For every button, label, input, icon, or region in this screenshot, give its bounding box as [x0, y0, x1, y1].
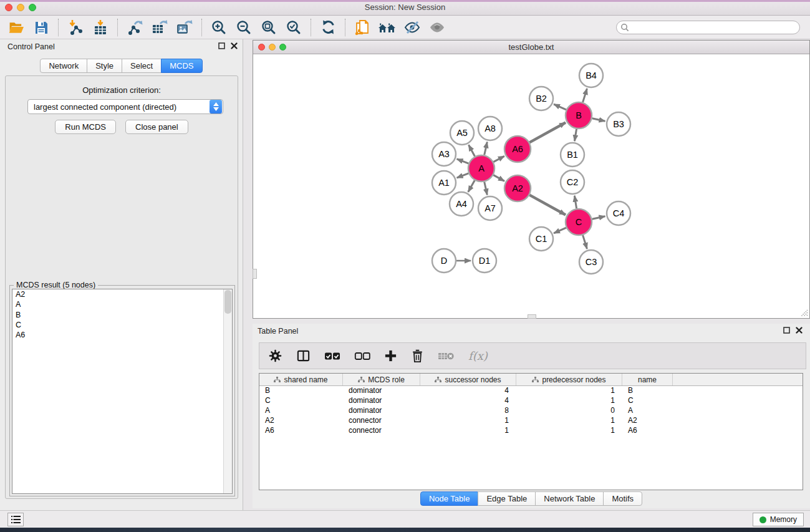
clone-network-button[interactable]	[350, 17, 375, 37]
graph-node-A7[interactable]: A7	[478, 196, 502, 220]
graph-edge-C-C3[interactable]	[583, 235, 587, 249]
graph-edge-A2-C[interactable]	[529, 195, 566, 215]
table-cell[interactable]: 0	[516, 406, 622, 416]
task-history-button[interactable]	[7, 513, 24, 526]
table-cell[interactable]: dominator	[343, 406, 420, 416]
zoom-in-button[interactable]	[206, 17, 231, 37]
graph-edge-A-A6[interactable]	[493, 156, 504, 162]
tab-mcds[interactable]: MCDS	[161, 59, 202, 73]
resize-grip-icon[interactable]	[799, 308, 808, 317]
table-row[interactable]: Cdominator41C	[259, 396, 803, 406]
tab-network-table[interactable]: Network Table	[535, 491, 604, 506]
search-input[interactable]	[616, 21, 800, 34]
float-panel-icon[interactable]	[218, 42, 225, 49]
deselect-all-columns-button[interactable]	[354, 352, 370, 360]
show-all-button[interactable]	[425, 17, 450, 37]
graph-node-A2[interactable]: A2	[504, 175, 531, 201]
graph-node-C1[interactable]: C1	[529, 227, 553, 251]
table-row[interactable]: Bdominator41B	[259, 386, 803, 396]
column-header-predecessor-nodes[interactable]: predecessor nodes	[516, 374, 622, 385]
save-session-button[interactable]	[29, 17, 54, 37]
table-cell[interactable]: connector	[343, 416, 420, 426]
graph-edge-A-A1[interactable]	[457, 173, 469, 178]
splitter-handle[interactable]	[528, 314, 536, 319]
export-network-button[interactable]	[122, 17, 147, 37]
graph-edge-B-B1[interactable]	[574, 129, 576, 142]
graph-node-A4[interactable]: A4	[450, 192, 473, 216]
table-cell[interactable]: 1	[516, 386, 622, 396]
table-cell[interactable]: 1	[516, 426, 622, 436]
graph-node-C2[interactable]: C2	[561, 170, 584, 194]
table-row[interactable]: Adominator80A	[259, 406, 803, 416]
table-cell[interactable]: dominator	[343, 386, 420, 396]
graph-edge-B-B2[interactable]	[554, 104, 566, 110]
tab-edge-table[interactable]: Edge Table	[478, 491, 536, 506]
table-settings-button[interactable]	[268, 349, 282, 363]
table-row[interactable]: A2connector11A2	[259, 416, 803, 426]
table-cell[interactable]: A2	[622, 416, 673, 426]
network-window-titlebar[interactable]: testGlobe.txt	[253, 41, 809, 54]
table-cell[interactable]: A6	[622, 426, 673, 436]
zoom-fit-button[interactable]	[256, 17, 281, 37]
table-cell[interactable]: C	[259, 396, 343, 406]
hide-selected-button[interactable]	[400, 17, 425, 37]
graph-node-A3[interactable]: A3	[432, 142, 456, 166]
graph-node-B1[interactable]: B1	[561, 143, 584, 167]
table-cell[interactable]: dominator	[343, 396, 420, 406]
refresh-button[interactable]	[316, 17, 340, 37]
tab-style[interactable]: Style	[87, 59, 122, 73]
split-view-button[interactable]	[296, 349, 311, 363]
graph-edge-A-A8[interactable]	[485, 142, 488, 155]
export-image-button[interactable]	[172, 17, 197, 37]
graph-edge-A-A5[interactable]	[469, 145, 475, 156]
import-table-button[interactable]	[88, 17, 113, 37]
graph-node-B3[interactable]: B3	[607, 112, 630, 136]
graph-node-B4[interactable]: B4	[579, 64, 603, 87]
table-row[interactable]: A6connector11A6	[259, 426, 803, 436]
graph-edge-A-A7[interactable]	[485, 181, 488, 195]
table-cell[interactable]: 1	[420, 426, 516, 436]
column-header-MCDS-role[interactable]: MCDS role	[343, 374, 420, 385]
graph-edge-A-A2[interactable]	[493, 175, 504, 181]
graph-edge-A-A4[interactable]	[468, 180, 475, 192]
tab-motifs[interactable]: Motifs	[603, 491, 642, 506]
splitter-handle[interactable]	[253, 269, 257, 279]
graph-edge-C-C4[interactable]	[592, 216, 605, 220]
table-cell[interactable]: 1	[420, 416, 516, 426]
graph-edge-C-C2[interactable]	[574, 196, 576, 209]
network-canvas[interactable]: B4B2BB3A5A8A6B1A3AA1C2A2A4A7C4CC1C3DD1	[253, 54, 809, 318]
table-cell[interactable]: 4	[420, 386, 516, 396]
mcds-result-item[interactable]: A2	[12, 289, 232, 299]
graph-node-C4[interactable]: C4	[607, 201, 630, 225]
table-cell[interactable]: C	[622, 396, 673, 406]
table-cell[interactable]: connector	[343, 426, 420, 436]
select-all-columns-button[interactable]	[324, 352, 340, 360]
graph-node-A8[interactable]: A8	[478, 117, 502, 140]
graph-node-C[interactable]: C	[566, 209, 592, 235]
graph-edge-A6-B[interactable]	[529, 123, 566, 143]
mcds-result-item[interactable]: A6	[12, 330, 232, 340]
tab-select[interactable]: Select	[122, 59, 162, 73]
table-cell[interactable]: A6	[259, 426, 343, 436]
table-cell[interactable]: A	[259, 406, 343, 416]
scrollbar-track[interactable]	[223, 289, 232, 493]
float-panel-icon[interactable]	[783, 327, 790, 334]
table-cell[interactable]: B	[259, 386, 343, 396]
zoom-out-button[interactable]	[231, 17, 256, 37]
graph-edge-C-C1[interactable]	[554, 228, 566, 233]
column-header-successor-nodes[interactable]: successor nodes	[420, 374, 516, 385]
graph-node-A[interactable]: A	[468, 155, 494, 181]
graph-node-D[interactable]: D	[432, 249, 456, 273]
close-panel-icon[interactable]	[796, 327, 803, 334]
open-file-button[interactable]	[4, 17, 29, 37]
function-builder-button[interactable]: f(x)	[468, 349, 488, 362]
column-header-name[interactable]: name	[622, 374, 673, 385]
table-cell[interactable]: 4	[420, 396, 516, 406]
graph-node-A5[interactable]: A5	[450, 121, 474, 145]
close-panel-button[interactable]: Close panel	[125, 120, 188, 134]
graph-node-A6[interactable]: A6	[504, 136, 531, 162]
graph-node-C3[interactable]: C3	[579, 250, 603, 274]
close-panel-icon[interactable]	[231, 42, 238, 49]
table-cell[interactable]: 8	[420, 406, 516, 416]
zoom-selected-button[interactable]	[281, 17, 306, 37]
